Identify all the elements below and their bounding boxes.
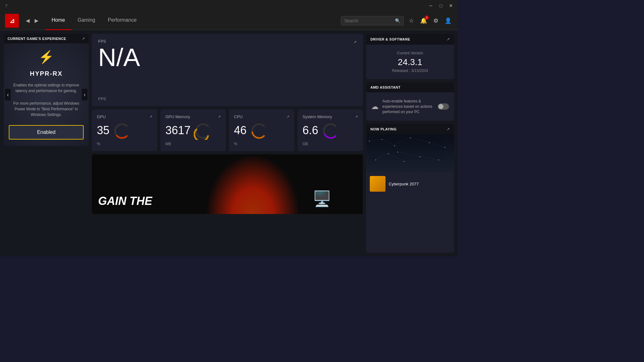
svg-line-6	[419, 156, 438, 160]
feature-name: HYPR-RX	[30, 70, 63, 77]
metric-unit: MB	[165, 142, 221, 146]
metric-header: System Memory ↗	[303, 114, 358, 119]
svg-line-7	[375, 153, 388, 160]
search-input[interactable]	[344, 18, 393, 23]
nav-right: 🔍 ☆ 🔔 2 ⚙ 👤	[341, 16, 453, 25]
metric-value: 46	[234, 124, 247, 137]
forward-button[interactable]: ▶	[33, 16, 40, 25]
driver-header: DRIVER & SOFTWARE ↗	[366, 34, 454, 45]
nav-tabs: Home Gaming Performance	[45, 11, 338, 30]
fps-expand-icon[interactable]: ↗	[353, 40, 357, 44]
metric-header: CPU ↗	[234, 114, 289, 119]
title-bar: ? ─ □ ✕	[0, 0, 458, 11]
driver-body: Current Version 24.3.1 Released : 3/13/2…	[366, 45, 454, 79]
assistant-title: AMD ASSISTANT	[370, 85, 401, 89]
metric-expand-icon[interactable]: ↗	[218, 115, 221, 119]
amd-logo: ⊿	[5, 14, 19, 28]
metric-value: 3617	[165, 124, 191, 137]
now-playing-bg	[366, 134, 454, 172]
tab-home[interactable]: Home	[45, 11, 71, 30]
svg-line-3	[410, 138, 429, 142]
game-experience-title: CURRENT GAME'S EXPERIENCE	[8, 37, 66, 41]
metric-card-gpu-memory: GPU Memory ↗ 3617 MB	[160, 109, 226, 151]
close-button[interactable]: ✕	[447, 3, 455, 9]
driver-version-label: Current Version	[372, 51, 448, 55]
enabled-button[interactable]: Enabled	[9, 125, 84, 140]
amd-logo-text: ⊿	[9, 17, 15, 25]
metric-name: GPU	[97, 114, 106, 119]
svg-line-4	[429, 142, 445, 147]
fps-card: FPS ↗ N/A FPS	[92, 34, 363, 106]
game-experience-header: CURRENT GAME'S EXPERIENCE ↗	[4, 34, 89, 43]
profile-button[interactable]: 👤	[443, 16, 453, 25]
driver-version: 24.3.1	[372, 57, 448, 67]
assistant-toggle[interactable]	[438, 103, 449, 110]
metric-name: GPU Memory	[165, 114, 190, 119]
notifications-button[interactable]: 🔔 2	[419, 16, 428, 25]
right-panel: DRIVER & SOFTWARE ↗ Current Version 24.3…	[366, 34, 454, 253]
metric-unit: %	[97, 142, 152, 146]
metric-card-gpu: GPU ↗ 35 %	[92, 109, 157, 151]
back-button[interactable]: ◀	[24, 16, 31, 25]
search-box[interactable]: 🔍	[341, 16, 404, 25]
banner-glow	[206, 154, 300, 214]
feature-desc-1: Enables the optimal settings to improve …	[9, 82, 84, 94]
nav-arrows: ◀ ▶	[24, 16, 40, 25]
lightning-icon: ⚡	[38, 50, 54, 64]
now-playing-card: NOW PLAYING ↗ Cyberpunk 2077	[366, 124, 454, 253]
svg-line-8	[388, 153, 404, 161]
metric-header: GPU ↗	[97, 114, 152, 119]
metric-expand-icon[interactable]: ↗	[286, 115, 289, 119]
metric-expand-icon[interactable]: ↗	[149, 115, 152, 119]
game-experience-card: CURRENT GAME'S EXPERIENCE ↗ ‹ ⚡ HYPR-RX …	[4, 34, 89, 146]
assistant-icon: ☁	[371, 102, 379, 111]
driver-expand-icon[interactable]: ↗	[447, 37, 450, 41]
metric-unit: GB	[303, 142, 358, 146]
maximize-button[interactable]: □	[436, 3, 445, 9]
metric-gauge	[321, 121, 340, 140]
driver-card: DRIVER & SOFTWARE ↗ Current Version 24.3…	[366, 34, 454, 79]
metric-content: 35	[97, 121, 152, 140]
banner-text: GAIN THE	[98, 195, 152, 208]
metric-header: GPU Memory ↗	[165, 114, 221, 119]
assistant-card: AMD ASSISTANT ☁ Auto-enable features & e…	[366, 82, 454, 121]
metric-expand-icon[interactable]: ↗	[355, 115, 358, 119]
svg-line-0	[369, 139, 382, 141]
bottom-banner: 🖥️ GAIN THE	[92, 154, 363, 214]
driver-date: Released : 3/13/2024	[372, 69, 448, 73]
game-title: Cyberpunk 2077	[389, 182, 450, 186]
help-icon-title: ?	[5, 3, 7, 8]
carousel-next-button[interactable]: ›	[82, 89, 87, 101]
feature-desc-2: For more performance, adjust Windows Pow…	[9, 101, 84, 118]
tab-gaming[interactable]: Gaming	[71, 11, 102, 30]
settings-button[interactable]: ⚙	[432, 16, 440, 25]
svg-line-2	[394, 138, 410, 145]
metric-content: 6.6	[303, 121, 358, 140]
metric-card-cpu: CPU ↗ 46 %	[229, 109, 294, 151]
carousel-prev-button[interactable]: ‹	[5, 89, 11, 101]
metric-content: 46	[234, 121, 289, 140]
main-content: CURRENT GAME'S EXPERIENCE ↗ ‹ ⚡ HYPR-RX …	[0, 30, 458, 256]
assistant-description: Auto-enable features & experiences based…	[382, 99, 434, 114]
now-playing-body: Cyberpunk 2077	[366, 172, 454, 195]
fps-value: N/A	[98, 45, 357, 70]
game-thumbnail	[370, 176, 386, 192]
minimize-button[interactable]: ─	[426, 3, 435, 9]
metric-gauge	[113, 121, 131, 140]
favorites-button[interactable]: ☆	[408, 16, 415, 25]
metric-value: 35	[97, 124, 109, 137]
driver-title: DRIVER & SOFTWARE	[370, 37, 410, 41]
now-playing-header: NOW PLAYING ↗	[366, 124, 454, 134]
tab-performance[interactable]: Performance	[102, 11, 143, 30]
game-experience-expand-icon[interactable]: ↗	[82, 36, 85, 41]
metric-gauge	[194, 121, 213, 140]
middle-panel: FPS ↗ N/A FPS GPU ↗ 35 % GPU Memory ↗ 36…	[92, 34, 363, 253]
toggle-knob	[438, 104, 443, 109]
now-playing-expand-icon[interactable]: ↗	[447, 127, 450, 131]
notification-badge: 2	[425, 15, 429, 20]
svg-line-1	[382, 139, 394, 145]
metric-content: 3617	[165, 121, 221, 140]
metric-gauge	[250, 121, 269, 140]
game-experience-body: ‹ ⚡ HYPR-RX Enables the optimal settings…	[4, 43, 89, 146]
metric-name: CPU	[234, 114, 242, 119]
